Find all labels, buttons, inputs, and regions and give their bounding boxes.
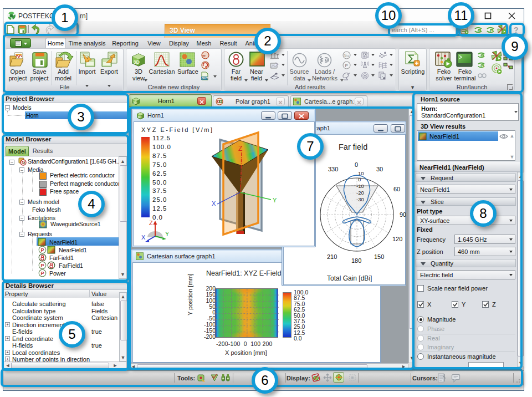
- svg-text:3D: 3D: [133, 101, 137, 104]
